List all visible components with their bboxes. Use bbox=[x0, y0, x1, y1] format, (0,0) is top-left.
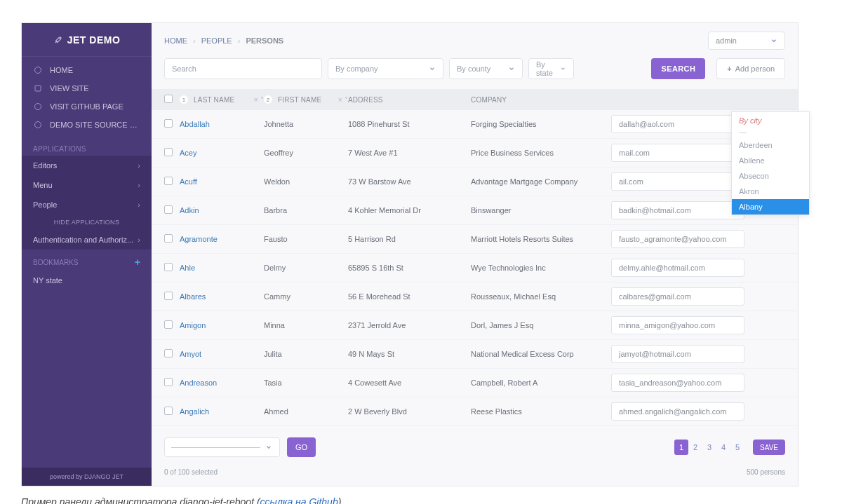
cell-first-name: Fausto bbox=[264, 235, 348, 243]
email-input[interactable]: mail.com bbox=[611, 144, 744, 162]
cell-last-name[interactable]: Albares bbox=[180, 292, 264, 301]
sidebar-item-github[interactable]: VISIT GITHUB PAGE bbox=[22, 97, 152, 116]
col-last-name[interactable]: 1 LAST NAME × ˅ bbox=[180, 95, 264, 104]
row-checkbox[interactable] bbox=[164, 263, 180, 273]
row-checkbox[interactable] bbox=[164, 177, 180, 186]
cell-address: 4 Cowesett Ave bbox=[348, 379, 471, 387]
row-checkbox[interactable] bbox=[164, 148, 180, 158]
search-input[interactable]: Search bbox=[164, 58, 322, 79]
sidebar-item-editors[interactable]: Editors › bbox=[22, 156, 152, 175]
cell-first-name: Weldon bbox=[264, 177, 348, 186]
dropdown-item[interactable]: Absecon bbox=[732, 168, 809, 184]
dropdown-item[interactable]: Abilene bbox=[732, 153, 809, 168]
crumb-home[interactable]: HOME bbox=[164, 36, 187, 45]
cell-last-name[interactable]: Amigon bbox=[180, 321, 264, 329]
cell-email: tasia_andreason@yahoo.com bbox=[611, 374, 785, 392]
dropdown-item[interactable]: Aberdeen bbox=[732, 137, 809, 153]
external-icon bbox=[33, 83, 43, 93]
filter-company[interactable]: By company bbox=[328, 58, 443, 79]
email-input[interactable]: jamyot@hotmail.com bbox=[611, 345, 744, 363]
email-input[interactable]: ail.com bbox=[611, 172, 744, 191]
breadcrumb: HOME › PEOPLE › PERSONS bbox=[164, 36, 283, 45]
row-checkbox[interactable] bbox=[164, 119, 180, 129]
cell-last-name[interactable]: Acey bbox=[180, 149, 264, 157]
row-checkbox[interactable] bbox=[164, 320, 180, 330]
dropdown-item[interactable]: Akron bbox=[732, 184, 809, 199]
crumb-people[interactable]: PEOPLE bbox=[201, 36, 232, 45]
brand-logo[interactable]: JET DEMO bbox=[22, 23, 152, 57]
add-bookmark-icon[interactable]: + bbox=[135, 257, 140, 268]
row-checkbox[interactable] bbox=[164, 292, 180, 301]
row-checkbox[interactable] bbox=[164, 234, 180, 244]
chevron-right-icon: › bbox=[138, 200, 140, 209]
go-button[interactable]: GO bbox=[287, 437, 316, 457]
col-company[interactable]: COMPANY bbox=[471, 96, 611, 104]
dropdown-title: By city bbox=[732, 112, 809, 126]
email-input[interactable]: badkin@hotmail.com bbox=[611, 201, 744, 219]
chevron-right-icon: › bbox=[138, 161, 140, 170]
pagination: 12345 SAVE bbox=[674, 440, 785, 455]
cell-last-name[interactable]: Adkin bbox=[180, 206, 264, 214]
sidebar-item-home[interactable]: HOME bbox=[22, 61, 152, 79]
table-row: Amyot Julita 49 N Mays St National Medic… bbox=[152, 340, 798, 369]
row-checkbox[interactable] bbox=[164, 407, 180, 416]
chevron-right-icon: › bbox=[138, 181, 140, 189]
status-line: 0 of 100 selected 500 persons bbox=[152, 468, 798, 486]
cell-last-name[interactable]: Amyot bbox=[180, 350, 264, 358]
table-footer: GO 12345 SAVE bbox=[152, 426, 798, 468]
table-row: Amigon Minna 2371 Jerrold Ave Dorl, Jame… bbox=[152, 311, 798, 340]
page-5[interactable]: 5 bbox=[730, 440, 744, 455]
svg-point-2 bbox=[35, 104, 41, 110]
row-checkbox[interactable] bbox=[164, 349, 180, 359]
dropdown-item[interactable]: Albany bbox=[732, 199, 809, 214]
user-menu[interactable]: admin bbox=[708, 32, 785, 50]
cell-last-name[interactable]: Andreason bbox=[180, 379, 264, 387]
cell-last-name[interactable]: Agramonte bbox=[180, 235, 264, 243]
hide-apps-toggle[interactable]: HIDE APPLICATIONS bbox=[22, 214, 152, 230]
sidebar-item-menu[interactable]: Menu › bbox=[22, 175, 152, 195]
col-address[interactable]: ADDRESS bbox=[348, 96, 471, 104]
email-input[interactable]: minna_amigon@yahoo.com bbox=[611, 316, 744, 334]
search-button[interactable]: SEARCH bbox=[651, 58, 705, 79]
col-first-name[interactable]: 2 FIRST NAME × ˅ bbox=[264, 95, 348, 104]
sidebar-item-source[interactable]: DEMO SITE SOURCE CODE bbox=[22, 116, 152, 134]
email-input[interactable]: fausto_agramonte@yahoo.com bbox=[611, 230, 744, 248]
bookmark-item[interactable]: NY state bbox=[22, 272, 152, 289]
select-all-checkbox[interactable] bbox=[164, 95, 180, 104]
cell-email: minna_amigon@yahoo.com bbox=[611, 316, 785, 334]
add-person-button[interactable]: + Add person bbox=[716, 58, 785, 79]
cell-company: Dorl, James J Esq bbox=[471, 321, 611, 329]
github-link[interactable]: ссылка на Github bbox=[260, 496, 338, 504]
email-input[interactable]: dallah@aol.com bbox=[611, 115, 744, 133]
page-4[interactable]: 4 bbox=[716, 440, 730, 455]
filter-county[interactable]: By county bbox=[449, 58, 523, 79]
table-header: 1 LAST NAME × ˅ 2 FIRST NAME × ˅ ADDRESS… bbox=[152, 89, 798, 110]
page-3[interactable]: 3 bbox=[702, 440, 716, 455]
svg-point-0 bbox=[35, 67, 41, 74]
page-1[interactable]: 1 bbox=[674, 440, 688, 455]
email-input[interactable]: tasia_andreason@yahoo.com bbox=[611, 374, 744, 392]
save-button[interactable]: SAVE bbox=[753, 440, 785, 455]
email-input[interactable]: ahmed.angalich@angalich.com bbox=[611, 402, 744, 421]
sidebar-item-auth[interactable]: Authentication and Authoriz... › bbox=[22, 230, 152, 250]
filter-state[interactable]: By state bbox=[528, 58, 574, 79]
email-input[interactable]: calbares@gmail.com bbox=[611, 287, 744, 306]
email-input[interactable]: delmy.ahle@hotmail.com bbox=[611, 259, 744, 277]
cell-address: 2 W Beverly Blvd bbox=[348, 407, 471, 416]
cell-last-name[interactable]: Acuff bbox=[180, 177, 264, 186]
bulk-action-select[interactable] bbox=[164, 437, 280, 457]
row-checkbox[interactable] bbox=[164, 378, 180, 388]
cell-email: calbares@gmail.com bbox=[611, 287, 785, 306]
sidebar-item-view-site[interactable]: VIEW SITE bbox=[22, 79, 152, 97]
cell-last-name[interactable]: Abdallah bbox=[180, 120, 264, 128]
cell-company: Campbell, Robert A bbox=[471, 379, 611, 387]
cell-last-name[interactable]: Angalich bbox=[180, 407, 264, 416]
cell-last-name[interactable]: Ahle bbox=[180, 264, 264, 272]
cell-company: Binswanger bbox=[471, 206, 611, 214]
sidebar-item-people[interactable]: People › bbox=[22, 195, 152, 214]
city-dropdown[interactable]: By city — AberdeenAbileneAbseconAkronAlb… bbox=[731, 111, 810, 215]
row-checkbox[interactable] bbox=[164, 205, 180, 215]
table-row: Agramonte Fausto 5 Harrison Rd Marriott … bbox=[152, 225, 798, 254]
page-2[interactable]: 2 bbox=[688, 440, 702, 455]
cell-email: jamyot@hotmail.com bbox=[611, 345, 785, 363]
